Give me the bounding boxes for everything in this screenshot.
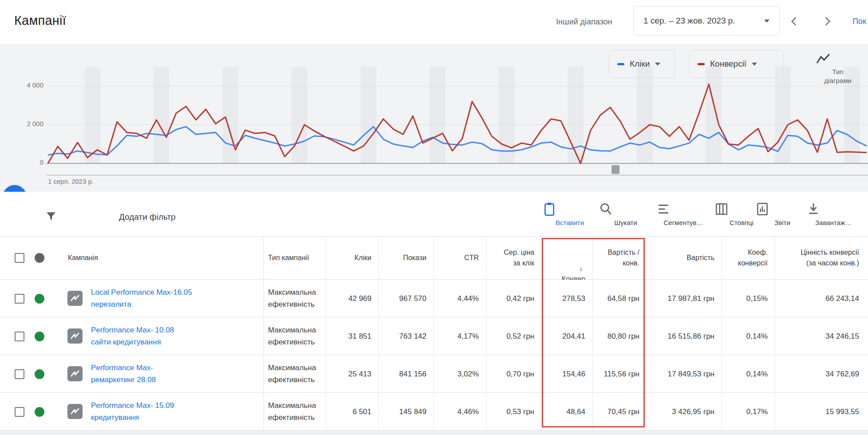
conversions-cell: 48,64 [545, 406, 585, 418]
clicks-series-swatch [617, 63, 624, 65]
row-checkbox[interactable] [15, 369, 24, 379]
status-filter-dot[interactable] [35, 253, 44, 263]
chart-scrollbar-track[interactable] [47, 175, 868, 175]
col-header-avg-cpc[interactable]: Сер. ціна за клік [486, 247, 534, 269]
toolbar-search-button[interactable]: Шукати [599, 202, 652, 226]
impressions-cell: 763 142 [379, 330, 426, 342]
col-header-impressions[interactable]: Покази [379, 253, 426, 263]
row-checkbox[interactable] [15, 407, 24, 417]
campaign-chart-icon [67, 328, 83, 344]
show-link-truncated[interactable]: Пок [852, 17, 868, 26]
campaign-type-cell: Максимальна ефективність [268, 362, 316, 386]
conv-value-cell: 66 243,14 [775, 293, 859, 304]
col-header-cost-per-conv[interactable]: Вартість / конв. [594, 247, 639, 269]
toolbar-segment-button[interactable]: Сегментув… [657, 202, 710, 226]
table-bottom-scroll-strip[interactable] [0, 431, 868, 435]
campaign-type-cell: Максимальна ефективність [268, 399, 316, 423]
conversions-series-swatch [698, 63, 705, 65]
metric-selector-clicks-label: Кліки [630, 59, 650, 69]
chevron-down-icon [752, 63, 757, 66]
table-row: Performance Max- 15.09 кредитування Макс… [0, 393, 868, 431]
column-divider [486, 236, 486, 431]
chart-type-selector[interactable]: Тип діаграми [816, 53, 860, 85]
toolbar-reports-label: Звіти [756, 219, 809, 226]
ctr-cell: 4,44% [434, 293, 479, 304]
row-checkbox[interactable] [15, 294, 24, 304]
toolbar-reports-button[interactable]: Звіти [756, 202, 809, 226]
y-axis-tick-2000: 2 000 [12, 120, 43, 127]
select-all-checkbox[interactable] [15, 253, 24, 263]
conv-value-cell: 34 246,15 [775, 330, 859, 342]
campaign-type-cell: Максимальна ефективність [268, 286, 316, 310]
column-divider [379, 236, 379, 431]
col-header-campaign[interactable]: Кампанія [68, 253, 98, 263]
columns-icon [715, 202, 728, 216]
campaign-link[interactable]: Local Performance Max-16.05 перезалита [91, 286, 192, 310]
google-ads-campaigns-screen: Кампанії Інший діапазон 1 сер. – 23 жов.… [0, 0, 868, 435]
avg-cpc-cell: 0,42 грн [486, 293, 534, 304]
campaign-link[interactable]: Performance Max- 10.08 сайти кредитуванн… [91, 324, 174, 348]
column-divider [541, 236, 542, 431]
date-range-picker[interactable]: 1 сер. – 23 жов. 2023 р. [633, 6, 780, 36]
download-icon [807, 202, 820, 216]
campaign-chart-icon [67, 404, 83, 419]
toolbar-paste-label: Вставити [543, 219, 596, 226]
col-header-clicks[interactable]: Кліки [326, 253, 371, 263]
toolbar-download-label: Завантаж… [807, 219, 860, 226]
cost-per-conv-cell: 64,58 грн [594, 293, 639, 304]
clicks-cell: 42 969 [326, 293, 371, 304]
column-divider [722, 236, 722, 431]
page-title: Кампанії [14, 13, 66, 28]
cost-per-conv-cell: 115,56 грн [594, 368, 639, 380]
chevron-down-icon [655, 63, 660, 66]
y-axis-tick-4000: 4 000 [12, 81, 43, 89]
col-header-type[interactable]: Тип кампанії [268, 253, 309, 263]
avg-cpc-cell: 0,53 грн [486, 406, 534, 418]
col-header-conv-rate[interactable]: Коеф. конверсії [722, 247, 768, 269]
status-enabled-dot [35, 369, 44, 379]
campaign-chart-icon [67, 291, 83, 306]
add-filter-button[interactable]: Додати фільтр [119, 212, 176, 222]
chevron-right-icon [821, 16, 833, 27]
conv-value-cell: 34 762,69 [775, 368, 859, 380]
toolbar-paste-button[interactable]: Вставити [543, 202, 596, 226]
cost-per-conv-cell: 80,80 грн [594, 330, 639, 342]
chevron-left-icon [789, 16, 800, 27]
chart-scrollbar-handle[interactable] [612, 165, 619, 174]
campaign-link[interactable]: Performance Max- ремаркетинг 28.08 [91, 362, 156, 386]
ctr-cell: 3,02% [434, 368, 479, 380]
date-range-value: 1 сер. – 23 жов. 2023 р. [643, 16, 764, 26]
conversions-cell: 278,53 [545, 293, 585, 304]
filter-funnel-icon[interactable] [45, 210, 57, 222]
clicks-cell: 31 851 [326, 330, 371, 342]
frozen-pane-divider [264, 236, 264, 431]
cost-per-conv-cell: 70,45 грн [594, 406, 639, 418]
conv-value-cell: 15 993,55 [775, 406, 859, 418]
line-chart-icon [816, 53, 831, 65]
col-header-ctr[interactable]: CTR [434, 253, 479, 263]
cost-cell: 17 987,81 грн [645, 293, 714, 304]
campaign-link[interactable]: Performance Max- 15.09 кредитування [91, 399, 174, 423]
next-period-button[interactable] [817, 12, 837, 31]
col-header-conv-value[interactable]: Цінність конверсії (за часом конв.) [775, 247, 859, 269]
impressions-cell: 967 570 [379, 293, 426, 304]
previous-period-button[interactable] [785, 12, 804, 31]
col-header-cost[interactable]: Вартість [645, 253, 714, 263]
column-divider [592, 236, 593, 431]
x-axis-start-label: 1 серп. 2023 р. [48, 178, 94, 185]
row-checkbox[interactable] [15, 332, 24, 341]
sort-descending-icon: ↓ [579, 265, 583, 272]
metric-selector-conversions[interactable]: Конверсії [689, 50, 784, 78]
date-range-preset-label: Інший діапазон [556, 17, 612, 27]
timeseries-chart[interactable] [47, 67, 868, 176]
column-divider [645, 236, 645, 431]
column-divider [326, 236, 326, 431]
conv-rate-cell: 0,15% [722, 293, 768, 304]
campaign-chart-icon [67, 366, 83, 381]
toolbar-download-button[interactable]: Завантаж… [807, 202, 860, 226]
status-enabled-dot [35, 332, 44, 341]
clicks-cell: 6 501 [326, 406, 371, 418]
ctr-cell: 4,17% [434, 330, 479, 342]
metric-selector-clicks[interactable]: Кліки [609, 50, 675, 78]
impressions-cell: 145 849 [379, 406, 426, 418]
